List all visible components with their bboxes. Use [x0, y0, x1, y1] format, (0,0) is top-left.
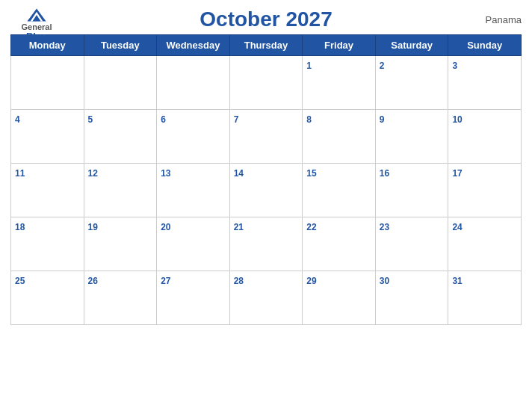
- day-number: 29: [306, 276, 316, 286]
- day-number: 30: [380, 276, 389, 286]
- calendar-cell: 30: [375, 271, 448, 325]
- calendar-cell: [11, 56, 84, 110]
- day-number: 28: [234, 276, 244, 286]
- calendar-cell: 13: [157, 164, 230, 217]
- calendar-cell: 3: [448, 56, 522, 110]
- calendar-cell: 2: [375, 56, 448, 110]
- day-number: 24: [452, 222, 462, 232]
- day-number: 23: [380, 222, 389, 232]
- calendar-cell: 21: [229, 217, 303, 271]
- calendar-cell: 11: [11, 164, 84, 217]
- calendar-cell: 24: [448, 217, 522, 271]
- day-number: 25: [15, 276, 25, 286]
- calendar-cell: 9: [375, 110, 448, 164]
- header-row: General Blue October 2027 Panama: [10, 7, 522, 31]
- day-number: 26: [88, 276, 98, 286]
- col-saturday: Saturday: [375, 35, 448, 56]
- calendar-cell: 14: [229, 164, 303, 217]
- logo-blue-text: Blue: [26, 31, 47, 42]
- day-number: 1: [306, 61, 312, 71]
- calendar-cell: 5: [84, 110, 157, 164]
- col-thursday: Thursday: [229, 35, 303, 56]
- calendar-cell: 31: [448, 271, 522, 325]
- day-number: 14: [234, 168, 244, 179]
- day-number: 6: [161, 114, 166, 125]
- day-number: 3: [452, 61, 457, 71]
- day-number: 16: [380, 168, 389, 179]
- calendar-cell: 10: [448, 110, 522, 164]
- calendar-wrapper: General Blue October 2027 Panama Monday …: [0, 0, 532, 411]
- calendar-week-row: 25262728293031: [11, 271, 522, 325]
- calendar-cell: 12: [84, 164, 157, 217]
- calendar-cell: [84, 56, 157, 110]
- day-number: 20: [161, 222, 170, 232]
- calendar-cell: 7: [229, 110, 303, 164]
- calendar-week-row: 45678910: [11, 110, 522, 164]
- generalblue-logo-icon: [26, 7, 47, 22]
- weekday-header-row: Monday Tuesday Wednesday Thursday Friday…: [11, 35, 522, 56]
- col-sunday: Sunday: [448, 35, 522, 56]
- calendar-cell: [157, 56, 230, 110]
- calendar-cell: 23: [375, 217, 448, 271]
- day-number: 8: [306, 114, 312, 125]
- calendar-week-row: 11121314151617: [11, 164, 522, 217]
- calendar-cell: 8: [303, 110, 376, 164]
- col-tuesday: Tuesday: [84, 35, 157, 56]
- calendar-cell: 28: [229, 271, 303, 325]
- country-label: Panama: [486, 14, 522, 25]
- calendar-cell: 25: [11, 271, 84, 325]
- col-friday: Friday: [303, 35, 376, 56]
- calendar-cell: 26: [84, 271, 157, 325]
- calendar-cell: 17: [448, 164, 522, 217]
- day-number: 15: [306, 168, 316, 179]
- calendar-cell: 15: [303, 164, 376, 217]
- day-number: 11: [15, 168, 25, 179]
- calendar-week-row: 18192021222324: [11, 217, 522, 271]
- day-number: 19: [88, 222, 98, 232]
- day-number: 7: [234, 114, 239, 125]
- calendar-cell: 22: [303, 217, 376, 271]
- calendar-cell: 1: [303, 56, 376, 110]
- logo-area: General Blue: [10, 7, 63, 42]
- day-number: 31: [452, 276, 462, 286]
- day-number: 22: [306, 222, 316, 232]
- calendar-cell: 16: [375, 164, 448, 217]
- day-number: 10: [452, 114, 462, 125]
- day-number: 2: [380, 61, 385, 71]
- calendar-cell: 29: [303, 271, 376, 325]
- calendar-cell: 19: [84, 217, 157, 271]
- day-number: 21: [234, 222, 244, 232]
- day-number: 12: [88, 168, 98, 179]
- calendar-cell: 6: [157, 110, 230, 164]
- calendar-body: 1234567891011121314151617181920212223242…: [11, 56, 522, 325]
- calendar-cell: 4: [11, 110, 84, 164]
- day-number: 17: [452, 168, 462, 179]
- month-title: October 2027: [200, 7, 332, 31]
- col-wednesday: Wednesday: [157, 35, 230, 56]
- day-number: 27: [161, 276, 170, 286]
- day-number: 5: [88, 114, 93, 125]
- calendar-cell: [229, 56, 303, 110]
- day-number: 13: [161, 168, 170, 179]
- calendar-week-row: 123: [11, 56, 522, 110]
- calendar-cell: 20: [157, 217, 230, 271]
- calendar-cell: 18: [11, 217, 84, 271]
- day-number: 9: [380, 114, 385, 125]
- day-number: 4: [15, 114, 20, 125]
- day-number: 18: [15, 222, 25, 232]
- calendar-cell: 27: [157, 271, 230, 325]
- calendar-table: Monday Tuesday Wednesday Thursday Friday…: [10, 34, 522, 325]
